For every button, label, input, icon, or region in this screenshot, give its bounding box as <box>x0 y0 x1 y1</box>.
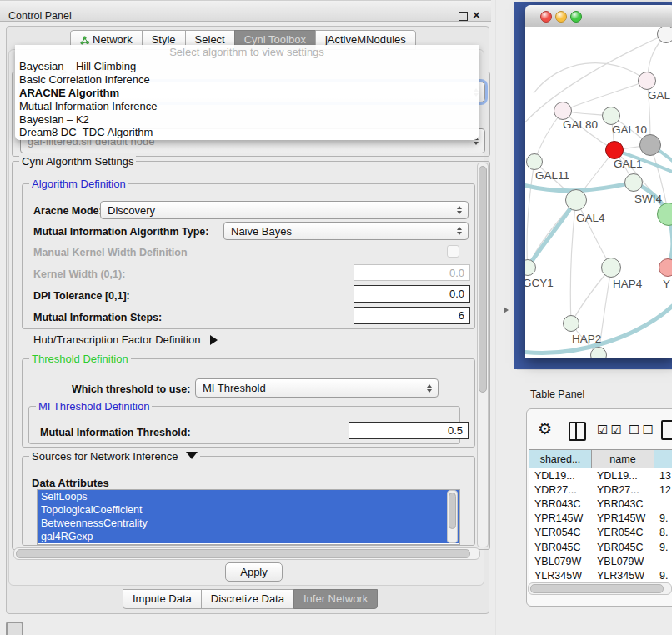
table-column-header[interactable]: name <box>592 450 654 468</box>
threshold-definition-title: Threshold Definition <box>29 352 131 365</box>
table-row[interactable]: YDR27...YDR27...12 <box>529 482 672 497</box>
table-column-header[interactable]: shared... <box>529 450 592 468</box>
table-hscrollbar-thumb[interactable] <box>530 584 664 593</box>
table-row[interactable]: YBL079WYBL079W <box>529 554 672 568</box>
which-threshold-value: MI Threshold <box>203 382 266 394</box>
table-cell: YLR345W <box>592 570 654 582</box>
mi-steps-value: 6 <box>459 309 464 322</box>
settings-hscrollbar[interactable] <box>13 548 480 560</box>
hub-definition-label: Hub/Transcription Factor Definition <box>33 333 200 346</box>
table-row[interactable]: YBR045CYBR045C9. <box>529 540 672 554</box>
network-node-gal80[interactable] <box>554 102 572 120</box>
algorithm-option[interactable]: Bayesian – K2 <box>15 113 479 127</box>
network-node-label: GCY1 <box>525 277 554 289</box>
algorithm-option[interactable]: ARACNE Algorithm <box>15 87 479 100</box>
gear-icon[interactable]: ⚙ <box>538 419 552 438</box>
network-node-hap2[interactable] <box>563 315 579 332</box>
table-row[interactable]: YDL19...YDL19...13 <box>529 468 672 482</box>
attributes-scrollbar[interactable] <box>447 490 458 543</box>
attribute-item[interactable]: TopologicalCoefficient <box>38 503 459 517</box>
tab-impute-data[interactable]: Impute Data <box>123 589 202 609</box>
kernel-width-label: Kernel Width (0,1): <box>33 268 125 280</box>
combo-stepper-icon <box>457 206 463 214</box>
network-node-gal[interactable] <box>638 72 656 90</box>
collapsed-arrow-icon[interactable] <box>210 335 218 345</box>
tab-discretize-data[interactable]: Discretize Data <box>201 589 294 609</box>
network-canvas[interactable]: GALGAL80GAL10GAL1GAL11SWI4GAL4GCY1HAP4YH… <box>525 27 672 358</box>
data-attributes-label: Data Attributes <box>32 477 109 489</box>
aracne-mode-value: Discovery <box>108 204 155 217</box>
expanded-arrow-icon[interactable] <box>186 452 198 459</box>
manual-kernel-checkbox <box>447 245 459 258</box>
network-edge[interactable] <box>525 302 672 352</box>
network-window-titlebar[interactable] <box>525 5 672 28</box>
which-threshold-combobox[interactable]: MI Threshold <box>195 378 439 398</box>
deselect-all-columns-icon[interactable]: ☐☐ <box>629 422 656 438</box>
mi-type-combobox[interactable]: Naive Bayes <box>223 222 469 240</box>
attribute-item[interactable]: SelfLoops <box>38 490 459 503</box>
table-row[interactable]: YPR145WYPR145W9. <box>529 512 672 526</box>
table-cell: YLR345W <box>529 570 592 582</box>
minimize-window-icon[interactable] <box>555 11 567 22</box>
network-window[interactable]: GALGAL80GAL10GAL1GAL11SWI4GAL4GCY1HAP4YH… <box>525 5 672 358</box>
table-cell: YBR045C <box>529 542 592 553</box>
split-columns-icon[interactable] <box>569 422 586 441</box>
algorithm-option[interactable]: Bayesian – Hill Climbing <box>15 60 479 73</box>
close-window-icon[interactable] <box>540 11 552 22</box>
network-node-gal10[interactable] <box>602 107 620 125</box>
network-node[interactable] <box>639 134 661 156</box>
mi-threshold-value: 0.5 <box>448 424 463 437</box>
table-column-header[interactable]: A <box>654 450 672 468</box>
kernel-width-field: 0.0 <box>354 264 470 281</box>
network-node-label: HAP4 <box>613 278 642 290</box>
zoom-window-icon[interactable] <box>570 11 582 22</box>
tab-infer-network[interactable]: Infer Network <box>293 589 378 609</box>
algorithm-option[interactable]: Basic Correlation Inference <box>15 73 479 87</box>
kernel-width-value: 0.0 <box>449 267 464 279</box>
network-edge[interactable] <box>534 63 647 93</box>
network-node-gal1[interactable] <box>605 141 624 159</box>
attribute-item[interactable]: gal4RGexp <box>38 530 459 543</box>
mi-steps-field[interactable]: 6 <box>354 307 470 324</box>
settings-scrollbar[interactable] <box>477 162 489 548</box>
float-panel-icon[interactable] <box>459 12 468 21</box>
table-hscrollbar[interactable] <box>528 582 672 595</box>
hub-definition-toggle[interactable]: Hub/Transcription Factor Definition <box>33 333 218 346</box>
dpi-tolerance-field[interactable]: 0.0 <box>354 285 470 302</box>
splitter-handle[interactable] <box>504 307 509 313</box>
attributes-scrollbar-thumb[interactable] <box>449 492 456 529</box>
table-cell: YPR145W <box>529 512 592 524</box>
settings-scrollbar-thumb[interactable] <box>479 166 487 392</box>
algorithm-option[interactable]: Mutual Information Inference <box>15 100 479 113</box>
close-panel-icon[interactable]: × <box>473 8 480 22</box>
network-edge[interactable] <box>563 81 647 111</box>
network-node-hap4[interactable] <box>601 258 621 278</box>
table-row[interactable]: YLR345WYLR345W9. <box>529 568 672 582</box>
network-node-gal4[interactable] <box>565 189 587 211</box>
settings-hscrollbar-thumb[interactable] <box>16 549 470 558</box>
algorithm-option[interactable]: Dream8 DC_TDC Algorithm <box>15 126 479 139</box>
collapsed-panel-icon[interactable] <box>6 622 23 635</box>
network-node-label: GAL1 <box>614 158 643 170</box>
attribute-item[interactable]: BetweennessCentrality <box>38 517 459 530</box>
data-attributes-list[interactable]: SelfLoopsTopologicalCoefficientBetweenne… <box>37 489 460 545</box>
table-cell: YBL079W <box>529 556 592 568</box>
table-cell: YDR27... <box>592 484 654 496</box>
apply-button[interactable]: Apply <box>225 562 283 582</box>
network-node[interactable] <box>590 347 607 358</box>
export-table-icon[interactable] <box>661 420 672 440</box>
aracne-mode-combobox[interactable]: Discovery <box>100 201 469 219</box>
network-edge[interactable] <box>576 200 611 268</box>
table-row[interactable]: YER054CYER054C8. <box>529 526 672 540</box>
network-edge[interactable] <box>570 200 576 323</box>
network-node[interactable] <box>657 27 672 43</box>
network-node-y[interactable] <box>659 258 672 277</box>
splitter-line[interactable] <box>494 0 494 635</box>
mi-threshold-field[interactable]: 0.5 <box>349 422 469 439</box>
table-row[interactable]: YBR043CYBR043C <box>529 497 672 511</box>
table-cell: 9. <box>654 570 672 582</box>
network-edge[interactable] <box>527 162 534 268</box>
network-node-swi4[interactable] <box>624 173 643 192</box>
select-all-columns-icon[interactable]: ☑☑ <box>597 422 624 438</box>
network-node-gal11[interactable] <box>526 153 543 170</box>
